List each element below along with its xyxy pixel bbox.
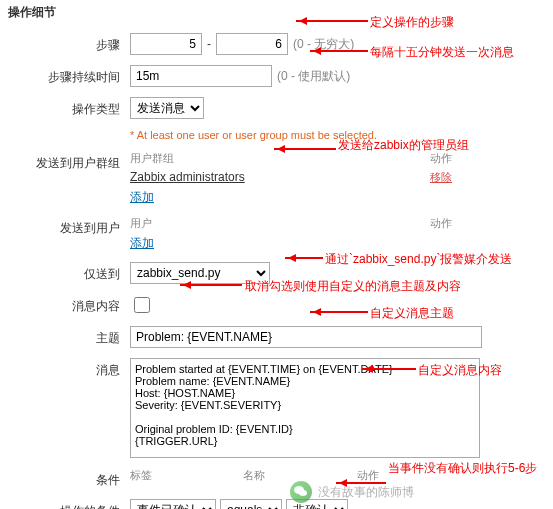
conditions-label: 条件: [10, 468, 130, 489]
op-type-label: 操作类型: [10, 97, 130, 118]
send-only-label: 仅送到: [10, 262, 130, 283]
message-textarea[interactable]: [130, 358, 480, 458]
users-col-name: 用户: [130, 216, 430, 231]
cond-op-select[interactable]: equals: [220, 499, 282, 509]
steps-label: 步骤: [10, 33, 130, 54]
required-note: * At least one user or user group must b…: [130, 129, 543, 141]
duration-hint: (0 - 使用默认): [277, 68, 350, 85]
steps-infinity-hint: (0 - 无穷大): [293, 36, 354, 53]
send-users-label: 发送到用户: [10, 216, 130, 237]
group-remove-link[interactable]: 移除: [430, 171, 452, 183]
wechat-text: 没有故事的陈师博: [318, 484, 414, 501]
wechat-watermark: 没有故事的陈师博: [290, 481, 414, 503]
wechat-icon: [290, 481, 312, 503]
subject-input[interactable]: [130, 326, 482, 348]
section-title: 操作细节: [0, 0, 553, 25]
message-label: 消息: [10, 358, 130, 379]
msg-content-label: 消息内容: [10, 294, 130, 315]
op-conditions-label: 操作的条件: [10, 499, 130, 509]
groups-col-action: 动作: [430, 151, 470, 166]
step-to-input[interactable]: [216, 33, 288, 55]
send-only-select[interactable]: zabbix_send.py: [130, 262, 270, 284]
step-from-input[interactable]: [130, 33, 202, 55]
op-type-select[interactable]: 发送消息: [130, 97, 204, 119]
operation-form: 步骤 - (0 - 无穷大) 步骤持续时间 (0 - 使用默认) 操作类型 发送…: [0, 25, 553, 509]
group-add-link[interactable]: 添加: [130, 190, 154, 204]
dash: -: [202, 37, 216, 51]
duration-input[interactable]: [130, 65, 272, 87]
users-col-action: 动作: [430, 216, 470, 231]
groups-col-name: 用户群组: [130, 151, 430, 166]
group-row-zabbix-admins[interactable]: Zabbix administrators: [130, 170, 430, 185]
user-add-link[interactable]: 添加: [130, 236, 154, 250]
cond-field-select[interactable]: 事件已确认: [130, 499, 216, 509]
send-groups-label: 发送到用户群组: [10, 151, 130, 172]
cond-col-tag: 标签: [130, 468, 243, 483]
subject-label: 主题: [10, 326, 130, 347]
duration-label: 步骤持续时间: [10, 65, 130, 86]
default-msg-checkbox[interactable]: [134, 297, 150, 313]
